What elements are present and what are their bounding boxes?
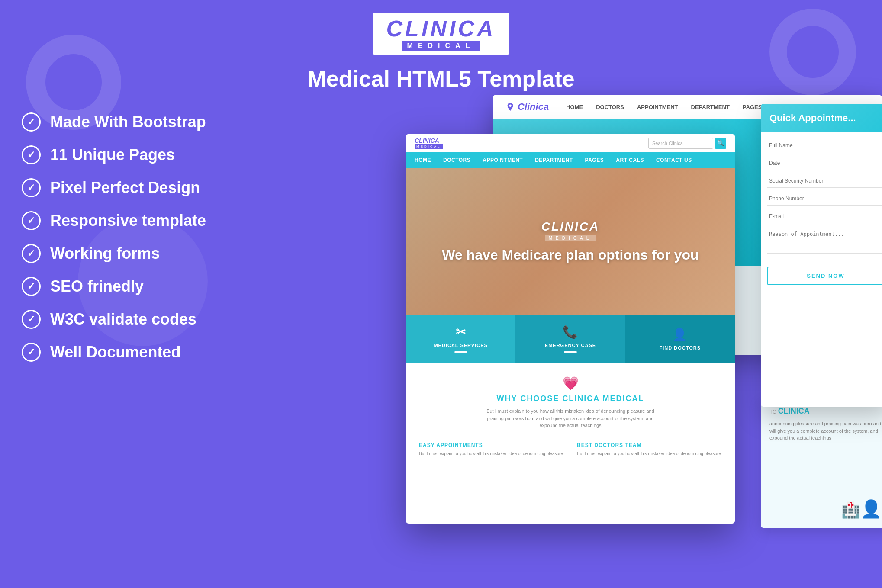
why-card-doctors-text: But I must explain to you how all this m… [577,451,722,457]
svg-point-0 [509,105,512,107]
front-nav-home[interactable]: HOME [415,157,431,163]
service-underline-1 [454,351,467,353]
email-input[interactable] [767,210,882,223]
brand-name: CLINICA [386,17,496,40]
check-icon-w3c [22,310,41,329]
feature-w3c: W3C validate codes [22,310,206,329]
feature-pixel: Pixel Perfect Design [22,178,206,197]
appointment-form [761,132,882,260]
front-search-box[interactable]: Search Clinica [648,138,713,149]
feature-responsive: Responsive template [22,211,206,230]
check-icon-pages [22,145,41,164]
why-card-doctors-title: BEST DOCTORS TEAM [577,442,722,448]
check-icon-bootstrap [22,112,41,132]
front-hero: CLINICA MEDICAL We have Medicare plan op… [406,168,735,315]
appointment-panel: Quick Appointme... SEND NOW [761,104,882,407]
appointment-title: Quick Appointme... [769,112,856,123]
bottom-panel-prefix: TO CLINICA [769,407,882,416]
feature-seo: SEO frinedly [22,277,206,296]
feature-text-pages: 11 Unique Pages [50,146,175,164]
feature-bootstrap: Made With Bootstrap [22,112,206,132]
bottom-panel-medical-icon: 🏥 [841,501,860,519]
front-hero-logo-sub: MEDICAL [545,235,596,241]
send-now-button[interactable]: SEND NOW [767,267,882,285]
reason-textarea[interactable] [767,228,882,254]
logo-box: CLINICA MEDICAL [373,13,510,55]
front-nav-contact-us[interactable]: CONTACT US [656,157,692,163]
front-navbar: HOME DOCTORS APPOINTMENT DEPARTMENT PAGE… [406,152,735,168]
date-input[interactable] [767,157,882,170]
why-heart-icon: 💗 [415,376,726,391]
features-list: Made With Bootstrap 11 Unique Pages Pixe… [22,112,206,376]
feature-text-responsive: Responsive template [50,212,206,230]
why-card-appointments-title: EASY APPOINTMENTS [419,442,564,448]
phone-input[interactable] [767,192,882,206]
front-nav-pages[interactable]: PAGES [585,157,604,163]
search-placeholder-text: Search Clinica [652,141,683,146]
clinica-logo-icon [505,102,515,112]
front-nav-appointment[interactable]: APPOINTMENT [483,157,523,163]
front-logo-name: CLINICA [415,137,443,144]
screenshot-front: CLINICA MEDICAL Search Clinica 🔍 HOME DO… [406,134,735,524]
bottom-panel-text: announcing pleasure and praising pain wa… [769,420,882,442]
check-icon-responsive [22,211,41,230]
feature-docs: Well Documented [22,343,206,362]
service-doctors[interactable]: 👤 FIND DOCTORS [625,315,735,363]
front-topbar: CLINICA MEDICAL Search Clinica 🔍 [406,134,735,152]
feature-text-forms: Working forms [50,244,160,263]
services-bar: ✂ MEDICAL SERVICES 📞 EMERGENCY CASE 👤 FI… [406,315,735,363]
front-logo-medical: MEDICAL [415,144,443,149]
feature-forms: Working forms [22,244,206,263]
brand-sub: MEDICAL [402,41,480,51]
bottom-panel-brand: CLINICA [778,407,810,415]
find-doctors-icon: 👤 [672,328,688,342]
bottom-panel-person-icon: 👤 [860,499,882,519]
why-card-appointments-text: But I must explain to you how all this m… [419,451,564,457]
nav-pages[interactable]: PAGES [743,104,762,110]
service-doctors-label: FIND DOCTORS [660,345,701,350]
why-section: 💗 WHY CHOOSE CLINICA MEDICAL But I must … [406,363,735,474]
front-logo-box: CLINICA MEDICAL [415,137,443,149]
service-emergency[interactable]: 📞 EMERGENCY CASE [515,315,625,363]
front-nav-articals[interactable]: ARTICALS [616,157,644,163]
why-card-doctors: BEST DOCTORS TEAM But I must explain to … [573,438,726,461]
nav-department[interactable]: DEPARTMENT [691,104,730,110]
feature-text-pixel: Pixel Perfect Design [50,179,200,197]
check-icon-pixel [22,178,41,197]
why-cards: EASY APPOINTMENTS But I must explain to … [415,438,726,461]
medical-services-icon: ✂ [456,325,466,339]
why-card-appointments: EASY APPOINTMENTS But I must explain to … [415,438,568,461]
service-medical[interactable]: ✂ MEDICAL SERVICES [406,315,515,363]
front-nav-doctors[interactable]: DOCTORS [443,157,470,163]
feature-text-docs: Well Documented [50,343,180,361]
check-icon-docs [22,343,41,362]
ssn-input[interactable] [767,174,882,188]
full-name-input[interactable] [767,139,882,152]
service-underline-2 [564,351,577,353]
feature-pages: 11 Unique Pages [22,145,206,164]
bottom-right-panel: TO CLINICA announcing pleasure and prais… [761,398,882,528]
why-description: But I must explain to you how all this m… [484,408,657,429]
mockup-container: Clínica HOME DOCTORS APPOINTMENT DEPARTM… [406,95,882,571]
appointment-header: Quick Appointme... [761,104,882,132]
front-search-button[interactable]: 🔍 [715,138,726,149]
front-search-area: Search Clinica 🔍 [648,138,726,149]
nav-doctors[interactable]: DOCTORS [596,104,624,110]
nav-appointment[interactable]: APPOINTMENT [637,104,678,110]
header-area: CLINICA MEDICAL Medical HTML5 Template [0,13,882,92]
front-hero-content: CLINICA MEDICAL We have Medicare plan op… [442,220,699,263]
feature-text-seo: SEO frinedly [50,277,144,296]
emergency-case-icon: 📞 [563,325,578,339]
why-title: WHY CHOOSE CLINICA MEDICAL [415,394,726,403]
front-hero-tagline: We have Medicare plan options for you [442,247,699,263]
feature-text-bootstrap: Made With Bootstrap [50,113,206,131]
main-background: CLINICA MEDICAL Medical HTML5 Template M… [0,0,882,588]
front-nav-department[interactable]: DEPARTMENT [535,157,573,163]
service-medical-label: MEDICAL SERVICES [434,343,487,348]
service-emergency-label: EMERGENCY CASE [545,343,596,348]
nav-home[interactable]: HOME [566,104,583,110]
front-hero-logo: CLINICA [442,220,699,234]
check-icon-forms [22,244,41,263]
feature-text-w3c: W3C validate codes [50,310,196,328]
back-logo: Clínica [505,101,549,112]
